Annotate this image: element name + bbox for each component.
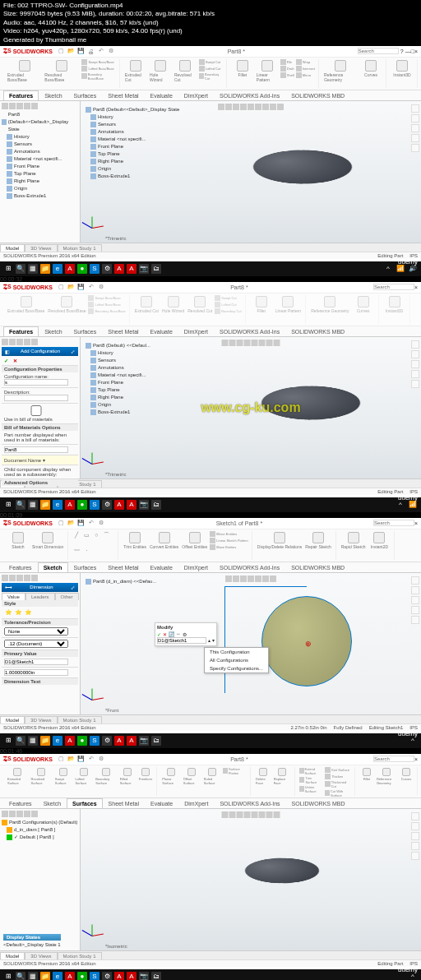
config-root[interactable]: Part8 Configuration(s) (Default) <box>2 819 78 826</box>
tab-addins[interactable]: SOLIDWORKS Add-Ins <box>214 90 285 100</box>
btab-motion[interactable]: Motion Study 1 <box>58 244 102 252</box>
modify-dialog[interactable]: Modify ✓ ✕ 🔄 ↔ ⚙ ▴▾ <box>155 622 217 646</box>
config-d-in-diam[interactable]: d_in_diam [ Part8 ] <box>2 826 78 834</box>
spin-down-icon[interactable]: ▾ <box>212 637 215 643</box>
extruded-surface-button[interactable]: Extruded Surface <box>7 767 29 796</box>
app-a-icon[interactable]: A <box>114 264 124 274</box>
graphics-viewport[interactable]: *Isometric <box>81 809 421 950</box>
start-icon[interactable]: ⊞ <box>3 264 13 274</box>
planar-surface-button[interactable]: Planar Surface <box>161 767 181 796</box>
smart-dimension-button[interactable]: Smart Dimension <box>31 531 64 560</box>
move-entities-button[interactable]: Move Entities <box>210 544 248 550</box>
search-input[interactable] <box>373 284 414 290</box>
thicken-button[interactable]: Thicken <box>325 774 351 779</box>
app-icon-2[interactable]: ● <box>77 264 87 274</box>
surface-flatten-button[interactable]: Surface Flatten <box>223 767 247 775</box>
close-icon[interactable]: × <box>414 49 418 54</box>
tab-surfaces[interactable]: Surfaces <box>68 90 103 100</box>
tree-material[interactable]: Material <not specifi... <box>2 155 78 163</box>
tree-sensors[interactable]: Sensors <box>2 141 78 148</box>
description-input[interactable] <box>4 395 68 401</box>
revolved-cut-button[interactable]: Revolved Cut <box>173 59 197 88</box>
menu-specify-configs[interactable]: Specify Configurations... <box>205 664 268 673</box>
graphics-viewport[interactable]: Part8 (d_in_diam) <<Defau... ⊕ Modify ✓ … <box>81 573 421 714</box>
lofted-cut-button[interactable]: Lofted Cut <box>199 66 223 72</box>
swept-cut-button[interactable]: Swept Cut <box>199 59 223 65</box>
configuration-manager[interactable]: Part8 Configuration(s) (Default) d_in_di… <box>0 809 81 950</box>
close-icon[interactable]: × <box>414 284 418 290</box>
thickened-cut-button[interactable]: Thickened Cut <box>325 780 351 788</box>
spline-tool-icon[interactable]: 〰 <box>72 546 81 554</box>
display-state-default[interactable]: <Default>_Display State 1 <box>3 942 61 947</box>
skype-icon[interactable]: S <box>90 264 99 274</box>
point-tool-icon[interactable]: · <box>82 546 90 554</box>
dimension-name-input[interactable] <box>4 659 68 665</box>
graphics-viewport[interactable]: Part8 (Default) <<Defaul... History Sens… <box>81 337 421 478</box>
intersect-button[interactable]: Intersect <box>296 66 315 72</box>
windows-taskbar[interactable]: ⊞ 🔍 ▦ 📁 e A ● S ⚙ A A 📷 🗂 ^ 📶 🔊 <box>0 261 421 276</box>
extruded-boss-button[interactable]: Extruded Boss/Base <box>7 59 42 88</box>
btab-model[interactable]: Model <box>0 244 25 252</box>
app-icon-3[interactable]: ⚙ <box>102 264 112 274</box>
tab-evaluate[interactable]: Evaluate <box>145 90 178 100</box>
surface-curves-button[interactable]: Curves <box>399 767 414 796</box>
knit-surface-button[interactable]: Knit Surface <box>325 767 351 773</box>
minimize-icon[interactable]: — <box>405 49 411 54</box>
modify-rebuild-icon[interactable]: 🔄 <box>169 631 174 637</box>
surface-ref-geo-button[interactable]: Reference Geometry <box>376 767 397 796</box>
files-icon[interactable]: 🗂 <box>151 264 161 274</box>
btab-3dviews[interactable]: 3D Views <box>25 244 57 252</box>
lofted-surface-button[interactable]: Lofted Surface <box>74 767 93 796</box>
display-states-panel[interactable]: Display States <Default>_Display State 1 <box>3 934 61 947</box>
convert-entities-button[interactable]: Convert Entities <box>149 531 179 560</box>
task-pane-tabs[interactable] <box>411 104 419 152</box>
tree-root[interactable]: Part8 (Default<<Default>_Display State <box>2 111 78 133</box>
menu-all-configs[interactable]: All Configurations <box>205 656 268 664</box>
fm-tab-buttons[interactable] <box>2 103 78 109</box>
cancel-button[interactable]: ✕ <box>13 358 17 363</box>
exit-sketch-button[interactable]: Sketch <box>7 531 30 560</box>
flyout-tree[interactable]: Part8 (Default) <<Defaul... History Sens… <box>84 340 152 418</box>
save-icon[interactable]: 💾 <box>77 47 86 55</box>
display-relations-button[interactable]: Display/Delete Relations <box>257 531 303 560</box>
repair-sketch-button[interactable]: Repair Sketch <box>304 531 331 560</box>
tab-features[interactable]: Features <box>3 326 39 336</box>
filled-surface-button[interactable]: Filled Surface <box>119 767 136 796</box>
use-in-bom-checkbox[interactable]: Use in bill of materials <box>4 412 68 422</box>
draft-button[interactable]: Draft <box>280 66 294 72</box>
windows-taskbar[interactable]: ⊞🔍▦📁eA●S⚙AA📷🗂 ^📶 <box>0 497 421 512</box>
rect-tool-icon[interactable]: ▭ <box>82 531 90 539</box>
cut-with-surface-button[interactable]: Cut With Surface <box>325 789 351 797</box>
arc-tool-icon[interactable]: ⌒ <box>102 531 110 539</box>
tree-boss-extrude[interactable]: Boss-Extrude1 <box>2 192 78 200</box>
tab-features[interactable]: Features <box>3 90 39 100</box>
modify-value-input[interactable] <box>157 637 206 644</box>
app-icon[interactable]: A <box>65 264 75 274</box>
dim-tab-other[interactable]: Other <box>55 593 79 600</box>
dim-tab-value[interactable]: Value <box>2 593 25 600</box>
search-taskbar-icon[interactable]: 🔍 <box>16 264 25 274</box>
open-icon[interactable]: 📂 <box>67 47 76 55</box>
dimension-property-manager[interactable]: ⟷Dimension⤢ Value Leaders Other Style ⭐⭐… <box>0 573 81 714</box>
modify-ok-icon[interactable]: ✓ <box>157 631 161 637</box>
tree-history[interactable]: History <box>2 133 78 141</box>
rib-button[interactable]: Rib <box>280 59 294 65</box>
precision-select[interactable]: .12 (Document) <box>4 640 68 648</box>
linear-sketch-pattern-button[interactable]: Linear Sketch Pattern <box>210 538 248 543</box>
line-tool-icon[interactable]: ╱ <box>72 531 81 539</box>
search-input[interactable] <box>358 48 399 54</box>
rapid-sketch-button[interactable]: Rapid Sketch <box>340 531 367 560</box>
freeform-button[interactable]: Freeform <box>138 767 153 796</box>
pin-icon[interactable]: ⤢ <box>71 349 75 354</box>
trim-surface-button[interactable]: Trim Surface <box>299 776 323 784</box>
revolved-surface-button[interactable]: Revolved Surface <box>30 767 53 796</box>
menu-this-config[interactable]: This Configuration <box>205 648 268 656</box>
circle-tool-icon[interactable]: ○ <box>92 531 100 539</box>
trim-entities-button[interactable]: Trim Entities <box>123 531 147 560</box>
swept-boss-button[interactable]: Swept Boss/Base <box>81 59 115 65</box>
new-icon[interactable]: ▢ <box>58 47 66 55</box>
edge-icon[interactable]: e <box>53 264 62 274</box>
flyout-tree[interactable]: Part8 (Default<<Default>_Display State H… <box>84 104 181 182</box>
app-a2-icon[interactable]: A <box>127 264 136 274</box>
print-icon[interactable]: 🖨 <box>87 47 95 55</box>
